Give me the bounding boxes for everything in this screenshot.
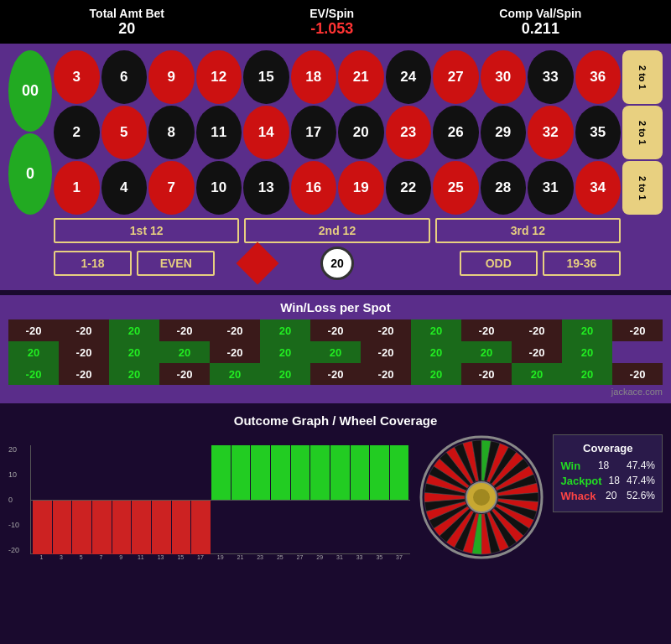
bar-neg — [132, 500, 151, 554]
num-29[interactable]: 29 — [481, 106, 527, 159]
num-24[interactable]: 24 — [386, 50, 432, 104]
bet-19-36[interactable]: 19-36 — [543, 251, 621, 276]
x-label-37: 37 — [390, 554, 409, 560]
bet-1-18[interactable]: 1-18 — [54, 251, 132, 276]
ev-spin-value: -1.053 — [309, 20, 354, 38]
coverage-win-pct: 47.4% — [627, 460, 655, 472]
num-9[interactable]: 9 — [148, 50, 195, 104]
num-15[interactable]: 15 — [243, 50, 289, 104]
num-20[interactable]: 20 — [338, 106, 384, 159]
col-bet-3[interactable]: 2 to 1 — [622, 161, 663, 215]
outcome-title: Outcome Graph / Wheel Coverage — [8, 413, 663, 428]
num-34[interactable]: 34 — [575, 161, 622, 215]
coverage-win-row: Win 18 47.4% — [560, 460, 655, 472]
num-6[interactable]: 6 — [101, 50, 148, 104]
num-23[interactable]: 23 — [386, 106, 432, 159]
bar-neg — [53, 500, 72, 554]
wl-cell: -20 — [512, 341, 562, 363]
coverage-table: Coverage Win 18 47.4% Jackpot 18 47.4% W… — [553, 434, 663, 512]
wl-cell: -20 — [159, 319, 210, 341]
num-1[interactable]: 1 — [54, 161, 100, 215]
x-label-13: 13 — [151, 554, 170, 560]
bar-space — [370, 500, 389, 554]
num-11[interactable]: 11 — [196, 106, 242, 159]
coverage-win-label: Win — [560, 460, 580, 472]
num-32[interactable]: 32 — [528, 106, 574, 159]
num-25[interactable]: 25 — [433, 161, 479, 215]
num-33[interactable]: 33 — [528, 50, 574, 104]
x-label-7: 7 — [91, 554, 111, 560]
ev-spin-col: EV/Spin -1.053 — [309, 7, 354, 38]
num-35[interactable]: 35 — [575, 106, 622, 159]
bet-odd[interactable]: ODD — [460, 251, 538, 276]
comp-val-spin-value: 0.211 — [499, 20, 581, 38]
ev-spin-label: EV/Spin — [309, 7, 354, 20]
num-17[interactable]: 17 — [291, 106, 337, 159]
red-diamond-area — [220, 248, 294, 278]
bar-neg — [72, 500, 91, 554]
num-3[interactable]: 3 — [54, 50, 100, 104]
bar-neg — [152, 500, 171, 554]
outcome-content: 20 10 0 -10 -20 135791113151719212325272… — [8, 434, 663, 560]
red-diamond[interactable] — [236, 242, 278, 285]
wl-cell: -20 — [159, 363, 210, 385]
dozen-bet-1st[interactable]: 1st 12 — [54, 218, 239, 243]
col-bet-2[interactable]: 2 to 1 — [622, 106, 663, 159]
num-22[interactable]: 22 — [386, 161, 432, 215]
wl-cell: -20 — [210, 319, 260, 341]
num-4[interactable]: 4 — [101, 161, 148, 215]
bar-neg — [112, 500, 132, 554]
double-zero[interactable]: 00 — [8, 50, 52, 132]
wl-cell: -20 — [612, 319, 663, 341]
y-label-0: 0 — [8, 496, 19, 504]
wl-cell: 20 — [210, 363, 260, 385]
dozen-bet-3rd[interactable]: 3rd 12 — [435, 218, 621, 243]
number-chip[interactable]: 20 — [320, 247, 354, 280]
num-16[interactable]: 16 — [291, 161, 337, 215]
wl-cell: -20 — [512, 319, 562, 341]
num-14[interactable]: 14 — [243, 106, 289, 159]
number-row-1: 3 6 9 12 15 18 21 24 27 30 33 36 — [54, 50, 621, 104]
total-amt-bet-col: Total Amt Bet 20 — [90, 7, 164, 38]
wl-cell: 20 — [562, 341, 612, 363]
num-7[interactable]: 7 — [148, 161, 195, 215]
num-30[interactable]: 30 — [481, 50, 527, 104]
num-2[interactable]: 2 — [54, 106, 100, 159]
num-12[interactable]: 12 — [196, 50, 242, 104]
dozen-bet-2nd[interactable]: 2nd 12 — [244, 218, 429, 243]
num-10[interactable]: 10 — [196, 161, 242, 215]
bar-space — [211, 500, 231, 554]
x-label-17: 17 — [191, 554, 211, 560]
outcome-section: Outcome Graph / Wheel Coverage 20 10 0 -… — [0, 407, 671, 567]
num-27[interactable]: 27 — [433, 50, 479, 104]
num-18[interactable]: 18 — [291, 50, 337, 104]
num-8[interactable]: 8 — [148, 106, 195, 159]
num-19[interactable]: 19 — [338, 161, 384, 215]
wl-cell: -20 — [310, 319, 361, 341]
bet-even[interactable]: EVEN — [137, 251, 215, 276]
coverage-jackpot-row: Jackpot 18 47.4% — [560, 475, 655, 487]
num-26[interactable]: 26 — [433, 106, 479, 159]
num-5[interactable]: 5 — [101, 106, 148, 159]
coverage-whack-count: 20 — [606, 490, 616, 502]
num-36[interactable]: 36 — [575, 50, 622, 104]
col-bets: 2 to 1 2 to 1 2 to 1 — [622, 50, 663, 215]
x-label-25: 25 — [270, 554, 289, 560]
num-21[interactable]: 21 — [338, 50, 384, 104]
x-label-33: 33 — [350, 554, 369, 560]
bar-pos — [390, 445, 409, 500]
bar-pos — [291, 445, 310, 500]
bar-space — [271, 500, 290, 554]
wl-cell: -20 — [8, 363, 59, 385]
num-13[interactable]: 13 — [243, 161, 289, 215]
num-31[interactable]: 31 — [528, 161, 574, 215]
num-28[interactable]: 28 — [481, 161, 527, 215]
wl-row-2: 20 -20 20 20 -20 20 20 -20 20 20 -20 20 — [8, 341, 663, 363]
col-bet-1[interactable]: 2 to 1 — [622, 50, 663, 104]
bar-pos — [330, 445, 350, 500]
jackace-attribution: jackace.com — [8, 385, 663, 397]
wl-cell: -20 — [59, 341, 109, 363]
single-zero[interactable]: 0 — [8, 133, 52, 215]
x-label-19: 19 — [211, 554, 230, 560]
bar-space — [351, 500, 370, 554]
